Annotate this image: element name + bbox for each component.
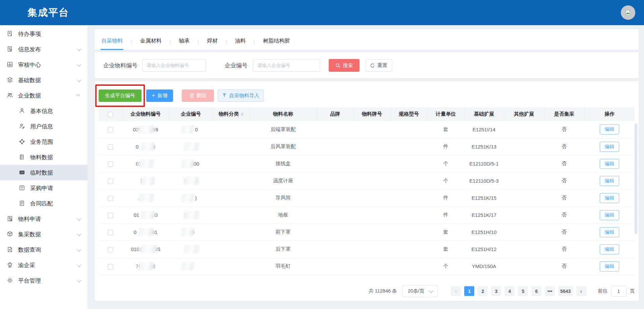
sidebar-item-数据查询[interactable]: 数据查询 xyxy=(0,242,88,257)
material-code-input[interactable] xyxy=(142,59,206,72)
vertical-scrollbar[interactable] xyxy=(635,123,637,234)
cell-brand xyxy=(317,224,354,241)
chevron-down-icon xyxy=(77,216,82,221)
select-all-checkbox[interactable] xyxy=(108,112,113,117)
sidebar-item-用户信息[interactable]: 用户信息 xyxy=(0,119,88,134)
redacted-code-text: 0211 xyxy=(134,161,157,167)
row-checkbox[interactable] xyxy=(108,213,113,218)
row-checkbox[interactable] xyxy=(108,264,113,269)
row-checkbox[interactable] xyxy=(108,144,113,150)
table-row: 0 100011 00 前下罩套E1251H/10否编辑 xyxy=(99,224,635,241)
row-checkbox[interactable] xyxy=(108,179,113,184)
row-checkbox xyxy=(99,155,122,172)
edit-button[interactable]: 编辑 xyxy=(600,159,619,169)
page-size-select[interactable]: 20条/页 xyxy=(402,285,438,297)
tab-轴承[interactable]: 轴承 xyxy=(178,31,190,50)
import-button[interactable]: 自采物料导入 xyxy=(218,89,264,102)
edit-button[interactable]: 编辑 xyxy=(600,176,619,186)
tab-油料[interactable]: 油料 xyxy=(234,31,247,50)
layers-icon xyxy=(7,77,13,83)
add-button[interactable]: + 新增 xyxy=(146,89,173,102)
cell-brand xyxy=(317,172,354,189)
sidebar-item-基本信息[interactable]: 基本信息 xyxy=(0,103,88,119)
page-button-5643[interactable]: 5643 xyxy=(558,286,573,296)
sidebar-item-物料申请[interactable]: 物料申请 xyxy=(0,211,88,227)
scope-icon xyxy=(19,138,25,145)
sidebar-item-基础数据[interactable]: 基础数据 xyxy=(0,72,88,88)
sidebar-item-临时数据[interactable]: 临时数据 xyxy=(0,165,88,180)
sidebar-item-信息发布[interactable]: 信息发布 xyxy=(0,42,88,57)
redacted-code-text: 1 00 xyxy=(179,229,203,235)
goto-page-input[interactable] xyxy=(611,286,627,297)
edit-button[interactable]: 编辑 xyxy=(600,227,619,237)
column-header-是否集采: 是否集采 xyxy=(544,107,584,121)
sidebar-item-审核中心[interactable]: 审核中心 xyxy=(0,57,88,72)
sidebar-item-集采数据[interactable]: 集采数据 xyxy=(0,227,88,242)
chevron-down-icon xyxy=(77,278,82,282)
page-button-5[interactable]: 5 xyxy=(518,286,528,296)
tab-金属材料[interactable]: 金属材料 xyxy=(140,31,162,50)
row-checkbox[interactable] xyxy=(108,247,113,252)
edit-button[interactable]: 编辑 xyxy=(600,124,619,134)
sidebar-item-企业数据[interactable]: 企业数据 xyxy=(0,88,88,103)
sidebar-item-业务范围[interactable]: 业务范围 xyxy=(0,134,88,149)
cell-base-extension: E1251H/10 xyxy=(464,224,504,241)
tab-separator: | xyxy=(198,33,199,50)
sort-icons[interactable] xyxy=(241,111,244,117)
reset-button[interactable]: 重置 xyxy=(365,59,392,72)
row-checkbox[interactable] xyxy=(108,162,113,167)
next-page-button[interactable]: › xyxy=(576,286,586,296)
cell-company-code: . xyxy=(169,138,213,155)
edit-button[interactable]: 编辑 xyxy=(600,261,619,271)
sidebar-item-待办事项[interactable]: 待办事项 xyxy=(0,26,88,42)
cell-unit: 套 xyxy=(427,241,464,258)
cell-other-extension xyxy=(504,172,544,189)
cell-material-name: 接线盒 xyxy=(250,155,317,172)
company-code-input[interactable] xyxy=(253,59,320,72)
total-count: 共 112846 条 xyxy=(369,288,397,294)
tab-自采物料[interactable]: 自采物料 xyxy=(101,31,123,50)
search-button[interactable]: 搜索 xyxy=(329,59,360,72)
page-button-4[interactable]: 4 xyxy=(504,286,515,296)
sidebar-item-采购申请[interactable]: 采购申请 xyxy=(0,180,88,196)
cell-is-collected: 否 xyxy=(544,155,584,172)
app-window: 集成平台 待办事项信息发布审核中心基础数据企业数据基本信息用户信息业务范围物料数… xyxy=(0,0,644,309)
sidebar-item-平台管理[interactable]: 平台管理 xyxy=(0,273,88,288)
row-checkbox xyxy=(99,172,122,189)
cell-company-code: 10 xyxy=(169,206,213,224)
row-checkbox[interactable] xyxy=(108,127,113,132)
cell-grade xyxy=(354,172,390,189)
redacted-code-text: 10 xyxy=(179,212,203,218)
redacted-code-text: , 5 xyxy=(134,195,157,201)
user-avatar[interactable] xyxy=(621,5,635,20)
sidebar-item-渝企采[interactable]: 渝企采 xyxy=(0,257,88,273)
tab-焊材[interactable]: 焊材 xyxy=(206,31,218,50)
generate-platform-code-button[interactable]: 生成平台编号 xyxy=(99,89,142,102)
row-checkbox[interactable] xyxy=(108,230,113,235)
page-ellipsis: ••• xyxy=(545,286,555,296)
row-checkbox[interactable] xyxy=(108,196,113,201)
cell-brand xyxy=(317,206,354,224)
cell-actions: 编辑 xyxy=(584,258,635,275)
row-checkbox xyxy=(99,206,122,224)
sidebar-item-label: 物料申请 xyxy=(18,215,77,223)
prev-page-button[interactable]: ‹ xyxy=(451,286,461,296)
delete-button[interactable]: 删除 xyxy=(182,89,214,102)
sidebar-item-合同匹配[interactable]: 合同匹配 xyxy=(0,196,88,211)
tab-树脂结构胶[interactable]: 树脂结构胶 xyxy=(262,31,290,50)
column-header-品牌: 品牌 xyxy=(317,107,354,121)
sidebar-item-物料数据[interactable]: 物料数据 xyxy=(0,149,88,165)
cell-category xyxy=(213,241,250,258)
audit-icon xyxy=(7,61,13,68)
cell-brand xyxy=(317,121,354,138)
page-button-1[interactable]: 1 xyxy=(464,286,474,296)
page-button-3[interactable]: 3 xyxy=(491,286,501,296)
edit-button[interactable]: 编辑 xyxy=(600,244,619,254)
broken-image-icon xyxy=(625,9,632,16)
page-button-6[interactable]: 6 xyxy=(531,286,541,296)
edit-button[interactable]: 编辑 xyxy=(600,210,619,220)
edit-button[interactable]: 编辑 xyxy=(600,193,619,203)
edit-button[interactable]: 编辑 xyxy=(600,142,619,152)
cell-company-code: 1 0 xyxy=(169,121,213,138)
page-button-2[interactable]: 2 xyxy=(478,286,488,296)
